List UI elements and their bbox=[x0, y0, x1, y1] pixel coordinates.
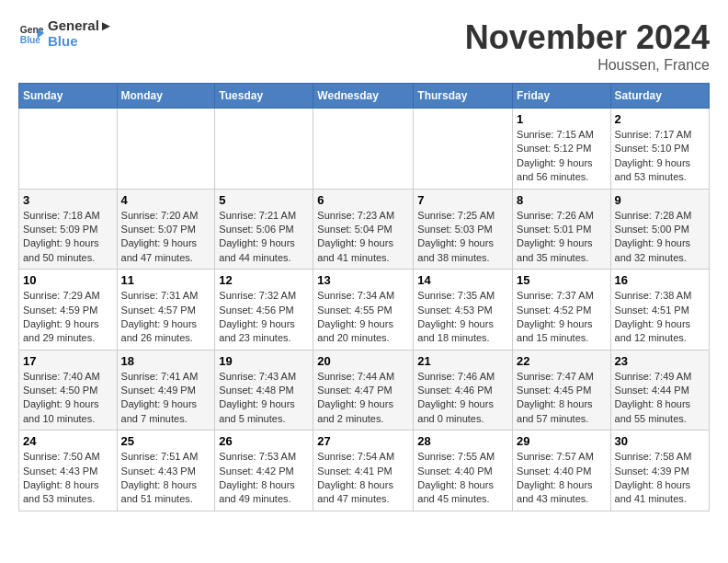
calendar-cell: 5Sunrise: 7:21 AM Sunset: 5:06 PM Daylig… bbox=[215, 189, 313, 270]
day-header-friday: Friday bbox=[513, 84, 611, 109]
day-number: 13 bbox=[317, 273, 409, 287]
day-detail: Sunrise: 7:20 AM Sunset: 5:07 PM Dayligh… bbox=[121, 209, 211, 266]
title-area: November 2024 Houssen, France bbox=[465, 18, 710, 74]
calendar-week-row: 3Sunrise: 7:18 AM Sunset: 5:09 PM Daylig… bbox=[19, 189, 710, 270]
day-number: 14 bbox=[417, 273, 508, 287]
day-detail: Sunrise: 7:32 AM Sunset: 4:56 PM Dayligh… bbox=[219, 289, 309, 346]
calendar-cell bbox=[117, 109, 215, 190]
day-number: 2 bbox=[615, 112, 705, 126]
calendar-cell: 16Sunrise: 7:38 AM Sunset: 4:51 PM Dayli… bbox=[610, 270, 709, 350]
logo-general-text: General► bbox=[48, 18, 113, 34]
day-number: 26 bbox=[219, 434, 309, 448]
day-number: 23 bbox=[615, 354, 705, 368]
calendar-cell: 3Sunrise: 7:18 AM Sunset: 5:09 PM Daylig… bbox=[19, 189, 118, 270]
calendar-cell: 17Sunrise: 7:40 AM Sunset: 4:50 PM Dayli… bbox=[19, 350, 118, 431]
calendar-cell: 19Sunrise: 7:43 AM Sunset: 4:48 PM Dayli… bbox=[215, 350, 313, 431]
day-detail: Sunrise: 7:21 AM Sunset: 5:06 PM Dayligh… bbox=[219, 209, 309, 266]
calendar-cell: 24Sunrise: 7:50 AM Sunset: 4:43 PM Dayli… bbox=[19, 431, 118, 511]
day-detail: Sunrise: 7:28 AM Sunset: 5:00 PM Dayligh… bbox=[615, 209, 705, 266]
calendar-cell: 11Sunrise: 7:31 AM Sunset: 4:57 PM Dayli… bbox=[117, 270, 215, 350]
logo: General Blue General► Blue bbox=[18, 18, 113, 49]
day-detail: Sunrise: 7:57 AM Sunset: 4:40 PM Dayligh… bbox=[517, 450, 607, 507]
calendar-week-row: 17Sunrise: 7:40 AM Sunset: 4:50 PM Dayli… bbox=[19, 350, 710, 431]
calendar-cell: 12Sunrise: 7:32 AM Sunset: 4:56 PM Dayli… bbox=[215, 270, 313, 350]
day-detail: Sunrise: 7:43 AM Sunset: 4:48 PM Dayligh… bbox=[219, 370, 309, 427]
day-detail: Sunrise: 7:41 AM Sunset: 4:49 PM Dayligh… bbox=[121, 370, 211, 427]
day-number: 15 bbox=[517, 273, 607, 287]
day-number: 5 bbox=[219, 193, 309, 207]
day-detail: Sunrise: 7:38 AM Sunset: 4:51 PM Dayligh… bbox=[615, 289, 705, 346]
logo-general-label: General bbox=[48, 17, 99, 33]
day-header-saturday: Saturday bbox=[610, 84, 709, 109]
day-detail: Sunrise: 7:53 AM Sunset: 4:42 PM Dayligh… bbox=[219, 450, 309, 507]
day-number: 9 bbox=[615, 193, 705, 207]
calendar-cell: 14Sunrise: 7:35 AM Sunset: 4:53 PM Dayli… bbox=[414, 270, 513, 350]
day-detail: Sunrise: 7:34 AM Sunset: 4:55 PM Dayligh… bbox=[317, 289, 409, 346]
month-title: November 2024 bbox=[465, 18, 710, 57]
calendar-cell: 25Sunrise: 7:51 AM Sunset: 4:43 PM Dayli… bbox=[117, 431, 215, 511]
day-number: 25 bbox=[121, 434, 211, 448]
calendar-cell: 9Sunrise: 7:28 AM Sunset: 5:00 PM Daylig… bbox=[610, 189, 709, 270]
calendar-week-row: 10Sunrise: 7:29 AM Sunset: 4:59 PM Dayli… bbox=[19, 270, 710, 350]
day-detail: Sunrise: 7:37 AM Sunset: 4:52 PM Dayligh… bbox=[517, 289, 607, 346]
calendar-header: SundayMondayTuesdayWednesdayThursdayFrid… bbox=[19, 84, 710, 109]
day-headers-row: SundayMondayTuesdayWednesdayThursdayFrid… bbox=[19, 84, 710, 109]
day-detail: Sunrise: 7:15 AM Sunset: 5:12 PM Dayligh… bbox=[517, 128, 607, 185]
calendar-cell: 22Sunrise: 7:47 AM Sunset: 4:45 PM Dayli… bbox=[513, 350, 611, 431]
day-detail: Sunrise: 7:47 AM Sunset: 4:45 PM Dayligh… bbox=[517, 370, 607, 427]
day-number: 19 bbox=[219, 354, 309, 368]
day-number: 17 bbox=[23, 354, 113, 368]
calendar-cell bbox=[215, 109, 313, 190]
day-detail: Sunrise: 7:49 AM Sunset: 4:44 PM Dayligh… bbox=[615, 370, 705, 427]
logo-blue-label: Blue bbox=[48, 33, 78, 49]
day-detail: Sunrise: 7:18 AM Sunset: 5:09 PM Dayligh… bbox=[23, 209, 113, 266]
day-detail: Sunrise: 7:44 AM Sunset: 4:47 PM Dayligh… bbox=[317, 370, 409, 427]
calendar-cell: 20Sunrise: 7:44 AM Sunset: 4:47 PM Dayli… bbox=[313, 350, 414, 431]
day-number: 8 bbox=[517, 193, 607, 207]
day-detail: Sunrise: 7:58 AM Sunset: 4:39 PM Dayligh… bbox=[615, 450, 705, 507]
logo-blue-text: Blue bbox=[48, 34, 113, 50]
calendar-cell: 30Sunrise: 7:58 AM Sunset: 4:39 PM Dayli… bbox=[610, 431, 709, 511]
day-header-monday: Monday bbox=[117, 84, 215, 109]
calendar-cell: 28Sunrise: 7:55 AM Sunset: 4:40 PM Dayli… bbox=[414, 431, 513, 511]
day-detail: Sunrise: 7:40 AM Sunset: 4:50 PM Dayligh… bbox=[23, 370, 113, 427]
day-number: 29 bbox=[517, 434, 607, 448]
day-detail: Sunrise: 7:17 AM Sunset: 5:10 PM Dayligh… bbox=[615, 128, 705, 185]
calendar-cell bbox=[414, 109, 513, 190]
calendar-cell: 29Sunrise: 7:57 AM Sunset: 4:40 PM Dayli… bbox=[513, 431, 611, 511]
calendar-cell: 21Sunrise: 7:46 AM Sunset: 4:46 PM Dayli… bbox=[414, 350, 513, 431]
calendar-cell: 2Sunrise: 7:17 AM Sunset: 5:10 PM Daylig… bbox=[610, 109, 709, 190]
day-number: 16 bbox=[615, 273, 705, 287]
svg-text:Blue: Blue bbox=[20, 35, 41, 45]
day-header-tuesday: Tuesday bbox=[215, 84, 313, 109]
calendar-body: 1Sunrise: 7:15 AM Sunset: 5:12 PM Daylig… bbox=[19, 109, 710, 511]
calendar-cell: 27Sunrise: 7:54 AM Sunset: 4:41 PM Dayli… bbox=[313, 431, 414, 511]
calendar-cell: 7Sunrise: 7:25 AM Sunset: 5:03 PM Daylig… bbox=[414, 189, 513, 270]
calendar-cell: 23Sunrise: 7:49 AM Sunset: 4:44 PM Dayli… bbox=[610, 350, 709, 431]
day-number: 21 bbox=[417, 354, 508, 368]
calendar-cell: 13Sunrise: 7:34 AM Sunset: 4:55 PM Dayli… bbox=[313, 270, 414, 350]
calendar-cell: 6Sunrise: 7:23 AM Sunset: 5:04 PM Daylig… bbox=[313, 189, 414, 270]
calendar-table: SundayMondayTuesdayWednesdayThursdayFrid… bbox=[18, 83, 710, 511]
day-number: 1 bbox=[517, 112, 607, 126]
calendar-cell: 1Sunrise: 7:15 AM Sunset: 5:12 PM Daylig… bbox=[513, 109, 611, 190]
calendar-cell: 18Sunrise: 7:41 AM Sunset: 4:49 PM Dayli… bbox=[117, 350, 215, 431]
day-number: 27 bbox=[317, 434, 409, 448]
day-header-thursday: Thursday bbox=[414, 84, 513, 109]
calendar-week-row: 24Sunrise: 7:50 AM Sunset: 4:43 PM Dayli… bbox=[19, 431, 710, 511]
day-number: 30 bbox=[615, 434, 705, 448]
calendar-week-row: 1Sunrise: 7:15 AM Sunset: 5:12 PM Daylig… bbox=[19, 109, 710, 190]
location-title: Houssen, France bbox=[465, 57, 710, 74]
day-number: 7 bbox=[417, 193, 508, 207]
day-detail: Sunrise: 7:54 AM Sunset: 4:41 PM Dayligh… bbox=[317, 450, 409, 507]
day-detail: Sunrise: 7:51 AM Sunset: 4:43 PM Dayligh… bbox=[121, 450, 211, 507]
logo-icon: General Blue bbox=[18, 21, 44, 47]
day-number: 18 bbox=[121, 354, 211, 368]
day-detail: Sunrise: 7:23 AM Sunset: 5:04 PM Dayligh… bbox=[317, 209, 409, 266]
day-detail: Sunrise: 7:29 AM Sunset: 4:59 PM Dayligh… bbox=[23, 289, 113, 346]
calendar-cell: 15Sunrise: 7:37 AM Sunset: 4:52 PM Dayli… bbox=[513, 270, 611, 350]
day-detail: Sunrise: 7:26 AM Sunset: 5:01 PM Dayligh… bbox=[517, 209, 607, 266]
day-number: 22 bbox=[517, 354, 607, 368]
page-header: General Blue General► Blue November 2024… bbox=[18, 18, 710, 74]
day-number: 6 bbox=[317, 193, 409, 207]
